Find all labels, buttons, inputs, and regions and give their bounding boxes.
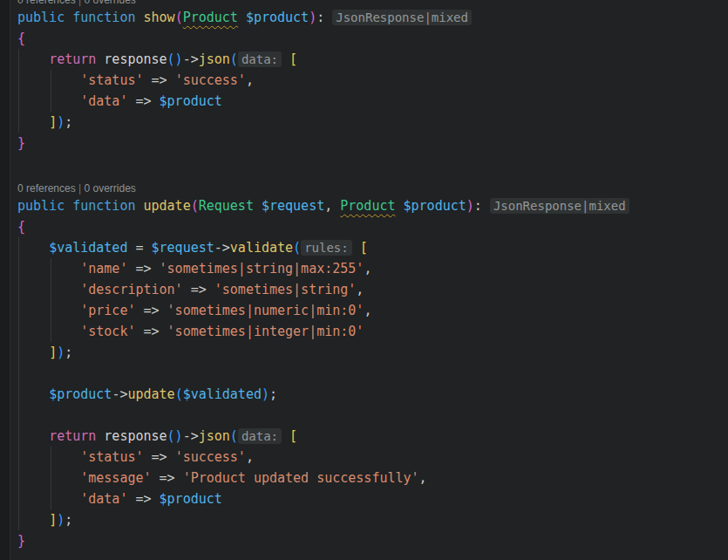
code-token: 'sometimes|numeric|min:0' — [167, 303, 364, 318]
code-line[interactable]: 'price' => 'sometimes|numeric|min:0', — [17, 300, 728, 321]
code-token: , — [246, 449, 254, 465]
code-token: 'name' — [80, 261, 127, 277]
code-token: , — [324, 198, 340, 214]
code-token: validate — [230, 240, 293, 256]
code-token: update — [127, 386, 174, 402]
code-token: 'data' — [80, 491, 127, 507]
warning-squiggle-token: Product — [340, 198, 395, 214]
code-token: 'status' — [80, 449, 143, 465]
code-token: } — [17, 135, 25, 151]
code-editor[interactable]: 0 references | 0 overridespublic functio… — [0, 0, 728, 560]
code-token: json — [199, 428, 230, 444]
code-token: => — [135, 324, 167, 339]
code-token — [17, 470, 80, 486]
code-token: ) — [57, 345, 65, 360]
code-line[interactable]: public function update(Request $request,… — [17, 195, 728, 216]
code-token: ) — [57, 512, 65, 528]
code-line[interactable]: } — [17, 133, 728, 154]
code-token: -> — [183, 51, 199, 67]
code-token: => — [127, 491, 159, 507]
code-token: ( — [293, 240, 301, 256]
empty-code-line[interactable] — [17, 405, 728, 426]
code-token: ) — [309, 10, 316, 25]
code-token: , — [364, 261, 371, 277]
code-line[interactable]: 'status' => 'success', — [17, 70, 728, 91]
code-line[interactable]: ]); — [17, 342, 728, 363]
warning-squiggle-token: Product — [183, 10, 238, 25]
code-line[interactable]: 'name' => 'sometimes|string|max:255', — [17, 258, 728, 279]
empty-code-line[interactable] — [17, 154, 728, 174]
code-line[interactable]: 'message' => 'Product updated successful… — [17, 468, 728, 488]
editor-left-gutter — [0, 0, 10, 560]
code-token: -> — [214, 240, 230, 256]
code-line[interactable]: return response()->json(data: [ — [17, 426, 728, 447]
code-token: ; — [65, 345, 72, 360]
code-line[interactable]: return response()->json(data: [ — [17, 49, 728, 70]
code-line[interactable]: 'description' => 'sometimes|string', — [17, 279, 728, 300]
code-line[interactable]: 'stock' => 'sometimes|integer|min:0' — [17, 321, 728, 342]
code-token — [17, 428, 49, 444]
empty-code-line[interactable] — [17, 363, 728, 384]
code-token: [ — [360, 240, 368, 256]
code-token — [17, 282, 80, 297]
code-token: update — [144, 198, 191, 214]
code-token — [324, 10, 332, 25]
code-token: 'success' — [175, 72, 246, 88]
code-token — [17, 345, 49, 360]
code-line[interactable]: 'data' => $product — [17, 91, 728, 112]
code-token — [17, 240, 49, 256]
codelens-references-link[interactable]: 0 references — [17, 181, 76, 195]
codelens-line: 0 references | 0 overrides — [17, 174, 728, 195]
code-line[interactable]: 'data' => $product — [17, 488, 728, 509]
code-token: , — [246, 72, 254, 88]
codelens-overrides-link[interactable]: 0 overrides — [85, 181, 136, 195]
code-token: $validated — [49, 240, 127, 256]
code-line[interactable]: 'status' => 'success', — [17, 447, 728, 468]
code-token: public function — [17, 198, 144, 214]
code-token: { — [17, 31, 25, 46]
code-token — [282, 51, 289, 67]
code-token — [282, 428, 289, 444]
code-line[interactable]: public function show(Product $product): … — [17, 7, 728, 28]
code-line[interactable]: { — [17, 216, 728, 237]
code-token: response — [104, 428, 167, 444]
code-line[interactable]: { — [17, 28, 728, 49]
code-token: [ — [289, 428, 297, 444]
code-token: } — [17, 533, 25, 549]
codelens-references-link[interactable]: 0 references — [17, 0, 76, 7]
code-token: public function — [17, 10, 144, 25]
code-line[interactable]: $validated = $request->validate(rules: [ — [17, 237, 728, 258]
code-token — [17, 114, 49, 130]
inlay-hint: rules: — [301, 240, 352, 256]
code-token: -> — [112, 386, 127, 402]
code-token: , — [356, 282, 364, 297]
code-line[interactable]: } — [17, 530, 728, 551]
codelens-overrides-link[interactable]: 0 overrides — [85, 0, 136, 7]
code-token: ) — [466, 198, 474, 214]
code-token: $validated — [183, 386, 262, 402]
code-line[interactable]: ]); — [17, 509, 728, 530]
code-token: , — [364, 303, 371, 318]
code-token — [17, 72, 80, 88]
codelens-separator: | — [76, 0, 85, 7]
inlay-hint: JsonResponse|mixed — [332, 10, 472, 25]
code-token: : — [474, 198, 482, 214]
code-token: 'description' — [80, 282, 182, 297]
code-token: => — [144, 449, 175, 465]
code-token: 'price' — [80, 303, 135, 318]
inlay-hint: data: — [238, 428, 282, 444]
code-token: $product — [160, 491, 222, 507]
code-token: ( — [175, 386, 183, 402]
code-token: $product — [49, 386, 112, 402]
code-line[interactable]: $product->update($validated); — [17, 384, 728, 405]
code-token — [396, 198, 404, 214]
code-token: ( — [191, 198, 199, 214]
inlay-hint: data: — [238, 51, 282, 67]
code-line[interactable]: ]); — [17, 112, 728, 133]
code-token: () — [167, 428, 183, 444]
code-token: () — [167, 51, 183, 67]
code-token — [17, 324, 80, 339]
code-token — [17, 51, 49, 67]
codelens-line: 0 references | 0 overrides — [17, 0, 728, 7]
code-token — [254, 198, 262, 214]
